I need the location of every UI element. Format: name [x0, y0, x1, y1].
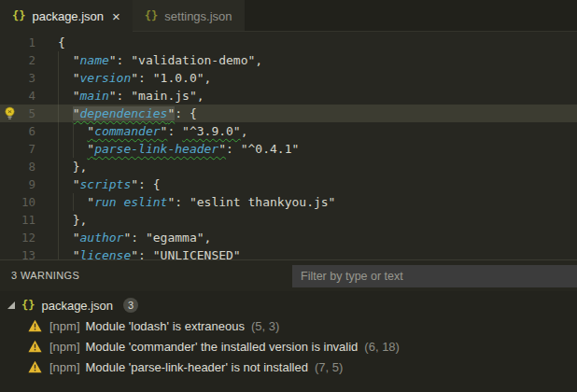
- json-punctuation: },: [58, 213, 87, 227]
- indent-guide: [58, 105, 59, 122]
- line-number: 2: [0, 51, 35, 69]
- json-punctuation: ": [58, 177, 79, 191]
- warning-message: Module 'parse-link-header' is not instal…: [86, 360, 308, 374]
- editor-line[interactable]: 9 "scripts": {: [0, 175, 577, 193]
- vscode-window: {} package.json × {} settings.json 1{2 "…: [0, 0, 577, 392]
- indent-guide: [58, 51, 59, 69]
- json-file-icon: {}: [145, 9, 158, 22]
- tab-settings-json[interactable]: {} settings.json: [133, 0, 245, 32]
- line-number: 1: [0, 34, 35, 51]
- indent-guide: [58, 69, 59, 87]
- indent-guide: [73, 122, 74, 140]
- json-punctuation: ,: [197, 89, 204, 103]
- warning-message: Module 'commander' the installed version…: [86, 340, 359, 354]
- editor-line[interactable]: 2 "name": "validation-demo",: [0, 51, 577, 69]
- warning-icon: [28, 340, 42, 353]
- json-punctuation: ": [58, 195, 94, 209]
- editor-line[interactable]: 11 },: [0, 211, 577, 229]
- json-key: parse-link-header: [94, 142, 218, 156]
- editor-line[interactable]: 12 "author": "egamma",: [0, 229, 577, 246]
- line-number: 8: [0, 158, 35, 175]
- file-name: package.json: [41, 299, 113, 313]
- warning-row[interactable]: [npm] Module 'commander' the installed v…: [0, 336, 577, 357]
- warnings-count-label: 3 WARNINGS: [11, 270, 79, 281]
- json-punctuation: [58, 106, 73, 120]
- warning-location: (7, 5): [315, 360, 343, 374]
- line-number: 9: [0, 175, 35, 193]
- tab-label: settings.json: [164, 9, 232, 23]
- json-punctuation: },: [58, 160, 87, 174]
- json-file-icon: {}: [12, 9, 25, 22]
- indent-guide: [73, 193, 74, 211]
- json-value: "main.js": [131, 89, 196, 103]
- warning-message: Module 'lodash' is extraneous: [86, 319, 245, 333]
- line-number: 4: [0, 87, 35, 105]
- json-key: name: [79, 53, 108, 67]
- indent-guide: [58, 229, 59, 246]
- indent-guide: [58, 158, 59, 175]
- json-key: scripts: [79, 177, 131, 191]
- json-punctuation: ,: [204, 231, 212, 245]
- warning-icon: [28, 360, 42, 373]
- json-punctuation: ":: [131, 71, 152, 85]
- json-punctuation: ":: [167, 195, 189, 209]
- json-punctuation: {: [58, 35, 65, 49]
- json-punctuation: ": [58, 53, 79, 67]
- editor-line[interactable]: 6 "commander": "^3.9.0",: [0, 122, 577, 140]
- json-punctuation: ,: [204, 71, 212, 85]
- problems-panel-header: 3 WARNINGS: [0, 260, 577, 291]
- json-value: "^0.4.1": [241, 142, 300, 156]
- line-number: 7: [0, 140, 35, 158]
- json-punctuation: :: [167, 124, 182, 138]
- json-key: version: [79, 71, 131, 85]
- twistie-expanded-icon[interactable]: [7, 301, 15, 309]
- editor-line[interactable]: 3 "version": "1.0.0",: [0, 69, 577, 87]
- indent-guide: [73, 140, 74, 158]
- json-punctuation: ":: [109, 89, 131, 103]
- problems-panel: 3 WARNINGS {} package.json 3 [npm] Modul…: [0, 259, 577, 392]
- line-number: 3: [0, 69, 35, 87]
- json-key: commander: [94, 124, 160, 138]
- json-file-icon: {}: [21, 299, 35, 312]
- line-number: 12: [0, 229, 35, 246]
- json-punctuation: ,: [255, 53, 262, 67]
- json-key: main: [79, 89, 108, 103]
- json-value: "^3.9.0": [182, 124, 241, 138]
- line-number: 10: [0, 193, 35, 211]
- indent-guide: [58, 211, 59, 229]
- editor[interactable]: 1{2 "name": "validation-demo",3 "version…: [0, 32, 577, 259]
- editor-line[interactable]: 10 "run eslint": "eslint thankyou.js": [0, 193, 577, 211]
- editor-line[interactable]: 1{: [0, 34, 577, 51]
- problems-filter-input[interactable]: [292, 265, 577, 287]
- warning-row[interactable]: [npm] Module 'lodash' is extraneous (5, …: [0, 315, 577, 336]
- warning-location: (5, 3): [251, 319, 279, 333]
- editor-line[interactable]: 5 "dependencies": {: [0, 105, 577, 122]
- tab-bar: {} package.json × {} settings.json: [0, 0, 577, 32]
- indent-guide: [58, 193, 59, 211]
- problems-file-row[interactable]: {} package.json 3: [0, 295, 577, 315]
- json-punctuation: ": [58, 231, 79, 245]
- editor-line[interactable]: 4 "main": "main.js",: [0, 87, 577, 105]
- json-punctuation: :: [226, 142, 241, 156]
- warning-icon: [28, 319, 42, 332]
- editor-line[interactable]: 8 },: [0, 158, 577, 175]
- json-value: "egamma": [146, 231, 204, 245]
- warning-source: [npm]: [49, 340, 80, 354]
- json-value: "validation-demo": [131, 53, 255, 67]
- json-punctuation: ":: [109, 53, 131, 67]
- json-punctuation: ": [218, 142, 226, 156]
- json-punctuation: ": [87, 124, 94, 138]
- close-icon[interactable]: ×: [112, 9, 120, 23]
- warning-row[interactable]: [npm] Module 'parse-link-header' is not …: [0, 357, 577, 377]
- indent-guide: [58, 87, 59, 105]
- line-number: 6: [0, 122, 35, 140]
- json-punctuation: ": [87, 142, 94, 156]
- lightbulb-icon[interactable]: [4, 106, 16, 120]
- json-punctuation: : {: [175, 106, 196, 120]
- json-key: dependencies: [79, 106, 167, 120]
- tab-package-json[interactable]: {} package.json ×: [0, 0, 133, 32]
- json-key: author: [79, 231, 123, 245]
- json-punctuation: ": [58, 89, 79, 103]
- editor-line[interactable]: 7 "parse-link-header": "^0.4.1": [0, 140, 577, 158]
- json-punctuation: ": [58, 71, 79, 85]
